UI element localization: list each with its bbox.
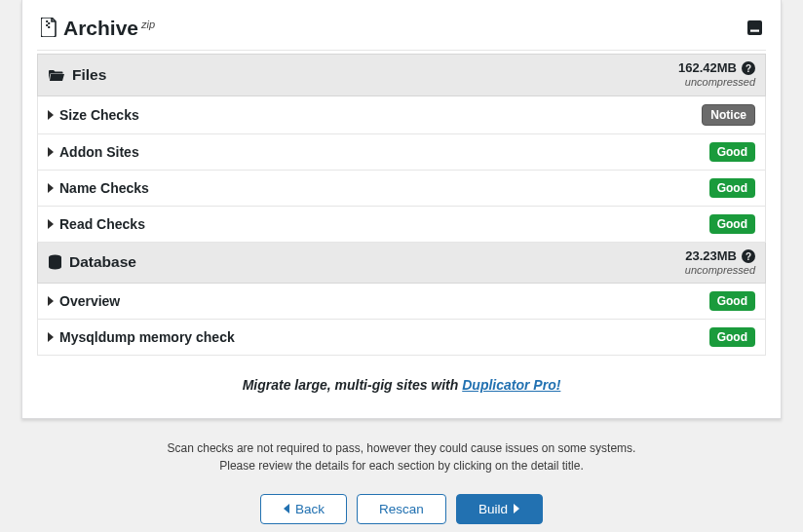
caret-left-icon — [283, 504, 290, 513]
help-icon[interactable]: ? — [742, 249, 755, 263]
footer: Scan checks are not required to pass, ho… — [21, 419, 782, 524]
database-section-header[interactable]: Database 23.23MB ? uncompressed — [37, 243, 766, 285]
panel-header: Archive zip — [37, 0, 766, 51]
help-icon[interactable]: ? — [742, 61, 755, 75]
back-button[interactable]: Back — [260, 494, 347, 524]
database-icon — [48, 254, 62, 270]
caret-right-icon — [48, 332, 54, 342]
svg-text:?: ? — [746, 251, 751, 262]
caret-right-icon — [513, 504, 520, 513]
archive-file-icon — [41, 18, 57, 37]
files-size: 162.42MB — [678, 61, 737, 76]
caret-right-icon — [48, 147, 54, 157]
back-label: Back — [295, 502, 325, 516]
svg-text:?: ? — [746, 63, 751, 74]
files-meta: 162.42MB ? uncompressed — [678, 61, 755, 89]
promo-prefix: Migrate large, multi-gig sites with — [243, 377, 463, 393]
files-section-title: Files — [48, 66, 106, 84]
status-badge: Notice — [702, 104, 755, 126]
footer-line1: Scan checks are not required to pass, ho… — [21, 440, 782, 457]
build-button[interactable]: Build — [456, 494, 543, 524]
files-section-header[interactable]: Files 162.42MB ? uncompressed — [37, 54, 766, 96]
check-size[interactable]: Size Checks Notice — [37, 96, 766, 134]
archive-panel: Archive zip Files 162.42MB — [21, 0, 782, 419]
minimize-icon[interactable] — [747, 20, 762, 35]
check-addon[interactable]: Addon Sites Good — [37, 134, 766, 171]
database-title-text: Database — [69, 253, 136, 271]
check-overview[interactable]: Overview Good — [37, 284, 766, 320]
check-label-text: Overview — [59, 293, 120, 309]
folder-open-icon — [48, 68, 65, 82]
svg-rect-2 — [46, 24, 48, 26]
status-badge: Good — [709, 291, 755, 311]
check-label-text: Read Checks — [59, 216, 145, 232]
database-meta: 23.23MB ? uncompressed — [685, 249, 755, 277]
check-label-text: Name Checks — [59, 180, 149, 196]
check-label-text: Addon Sites — [59, 144, 139, 160]
caret-right-icon — [48, 296, 54, 306]
status-badge: Good — [709, 142, 755, 162]
check-read[interactable]: Read Checks Good — [37, 207, 766, 243]
caret-right-icon — [48, 183, 54, 193]
svg-rect-0 — [46, 20, 48, 22]
rescan-button[interactable]: Rescan — [357, 494, 446, 524]
status-badge: Good — [709, 327, 755, 347]
svg-rect-4 — [747, 20, 762, 35]
caret-right-icon — [48, 110, 54, 120]
database-section-title: Database — [48, 253, 136, 271]
promo-link[interactable]: Duplicator Pro! — [462, 377, 560, 393]
svg-rect-1 — [48, 22, 50, 24]
promo-text: Migrate large, multi-gig sites with Dupl… — [37, 356, 766, 400]
files-sub: uncompressed — [678, 76, 755, 89]
check-label-text: Size Checks — [59, 107, 139, 123]
build-label: Build — [478, 502, 508, 516]
check-name[interactable]: Name Checks Good — [37, 171, 766, 207]
status-badge: Good — [709, 214, 755, 234]
caret-right-icon — [48, 219, 54, 229]
check-mysqldump[interactable]: Mysqldump memory check Good — [37, 320, 766, 356]
database-size: 23.23MB — [685, 249, 737, 264]
button-row: Back Rescan Build — [21, 494, 782, 524]
panel-title-text: Archive — [63, 17, 138, 40]
check-label-text: Mysqldump memory check — [59, 329, 235, 345]
svg-rect-5 — [750, 30, 759, 32]
footer-line2: Please review the details for each secti… — [21, 458, 782, 475]
panel-title: Archive zip — [41, 16, 155, 40]
files-title-text: Files — [72, 66, 106, 84]
status-badge: Good — [709, 178, 755, 198]
rescan-label: Rescan — [379, 502, 424, 516]
archive-format-suffix: zip — [141, 19, 155, 30]
svg-rect-3 — [48, 26, 50, 28]
database-sub: uncompressed — [685, 264, 755, 277]
